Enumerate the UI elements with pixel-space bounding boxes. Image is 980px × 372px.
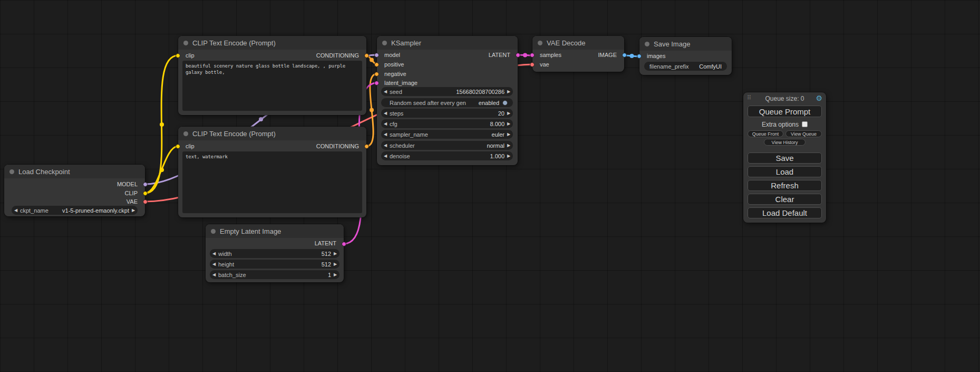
model-input-label: model (384, 51, 400, 60)
widget-label: height (218, 261, 234, 268)
images-input-slot[interactable] (637, 54, 642, 59)
load-default-button[interactable]: Load Default (748, 207, 822, 218)
collapse-dot-icon[interactable] (9, 169, 14, 174)
decrease-arrow-icon[interactable]: ◀ (210, 270, 218, 279)
widget-label: scheduler (390, 142, 415, 149)
samples-input-slot[interactable] (530, 53, 535, 58)
graph-canvas[interactable]: Load Checkpoint MODEL CLIP VAE ◀ ckpt_na… (0, 0, 980, 372)
conditioning-output-slot[interactable] (364, 53, 369, 58)
queue-front-button[interactable]: Queue Front (748, 130, 783, 137)
node-title-bar[interactable]: KSampler (377, 36, 518, 50)
increase-arrow-icon[interactable]: ▶ (331, 270, 339, 279)
refresh-button[interactable]: Refresh (748, 180, 822, 191)
decrease-arrow-icon[interactable]: ◀ (381, 151, 390, 160)
settings-gear-icon[interactable]: ⚙ (816, 94, 822, 102)
node-vae-decode[interactable]: VAE Decode samples vae IMAGE (532, 36, 624, 72)
collapse-dot-icon[interactable] (183, 131, 188, 136)
model-output-slot[interactable] (143, 182, 148, 187)
clip-output-label: CLIP (125, 189, 138, 198)
view-history-button[interactable]: View History (764, 139, 806, 146)
seed-widget[interactable]: ◀ seed 156680208700286 ▶ (381, 87, 513, 96)
node-title-bar[interactable]: VAE Decode (532, 36, 624, 50)
height-widget[interactable]: ◀ height 512 ▶ (210, 260, 339, 269)
image-output-label: IMAGE (598, 51, 617, 60)
node-title-bar[interactable]: CLIP Text Encode (Prompt) (178, 127, 366, 140)
node-save-image[interactable]: Save Image images filename_prefix ComfyU… (639, 37, 732, 75)
node-title-bar[interactable]: Empty Latent Image (206, 224, 344, 238)
positive-input-slot[interactable] (374, 62, 379, 67)
increase-arrow-icon[interactable]: ▶ (331, 260, 339, 269)
queue-panel-header: ⠿ Queue size: 0 ⚙ (743, 92, 826, 104)
vae-output-slot[interactable] (143, 199, 148, 204)
node-clip-text-encode-negative[interactable]: CLIP Text Encode (Prompt) clip CONDITION… (178, 127, 366, 217)
load-button[interactable]: Load (748, 166, 822, 177)
widget-label: sampler_name (390, 131, 428, 138)
filename-prefix-widget[interactable]: filename_prefix ComfyUI (644, 62, 727, 71)
queue-panel: ⠿ Queue size: 0 ⚙ Queue Prompt Extra opt… (743, 92, 826, 223)
queue-prompt-button[interactable]: Queue Prompt (748, 106, 822, 117)
increase-arrow-icon[interactable]: ▶ (504, 130, 513, 139)
decrease-arrow-icon[interactable]: ◀ (381, 87, 390, 96)
collapse-dot-icon[interactable] (645, 42, 649, 46)
decrease-arrow-icon[interactable]: ◀ (381, 119, 390, 128)
node-title: KSampler (391, 39, 421, 47)
latent-image-input-slot[interactable] (374, 81, 379, 85)
prompt-textarea[interactable]: text, watermark (182, 151, 362, 213)
denoise-widget[interactable]: ◀ denoise 1.000 ▶ (381, 151, 513, 160)
node-ksampler[interactable]: KSampler model positive negative latent_… (377, 36, 518, 165)
decrease-arrow-icon[interactable]: ◀ (210, 260, 218, 269)
wire-dot (523, 53, 527, 58)
extra-options-checkbox[interactable] (802, 121, 808, 127)
positive-input-label: positive (384, 60, 404, 69)
decrease-arrow-icon[interactable]: ◀ (12, 206, 20, 215)
node-clip-text-encode-positive[interactable]: CLIP Text Encode (Prompt) clip CONDITION… (178, 36, 366, 115)
node-title-bar[interactable]: CLIP Text Encode (Prompt) (178, 36, 366, 50)
batch-size-widget[interactable]: ◀ batch_size 1 ▶ (210, 270, 339, 279)
node-title-bar[interactable]: Load Checkpoint (4, 165, 145, 178)
increase-arrow-icon[interactable]: ▶ (504, 119, 513, 128)
increase-arrow-icon[interactable]: ▶ (504, 151, 513, 160)
node-load-checkpoint[interactable]: Load Checkpoint MODEL CLIP VAE ◀ ckpt_na… (4, 165, 145, 216)
increase-arrow-icon[interactable]: ▶ (504, 87, 513, 96)
clip-input-slot[interactable] (176, 53, 180, 58)
clip-input-slot[interactable] (176, 144, 180, 149)
collapse-dot-icon[interactable] (183, 41, 188, 45)
latent-output-slot[interactable] (342, 242, 346, 246)
latent-output-slot[interactable] (516, 53, 520, 58)
widget-value: ComfyUI (689, 63, 722, 70)
decrease-arrow-icon[interactable]: ◀ (210, 249, 218, 258)
increase-arrow-icon[interactable]: ▶ (504, 141, 513, 150)
scheduler-widget[interactable]: ◀ scheduler normal ▶ (381, 141, 513, 150)
increase-arrow-icon[interactable]: ▶ (331, 249, 339, 258)
collapse-dot-icon[interactable] (211, 229, 216, 234)
decrease-arrow-icon[interactable]: ◀ (381, 141, 390, 150)
increase-arrow-icon[interactable]: ▶ (504, 109, 513, 118)
conditioning-output-slot[interactable] (364, 144, 369, 149)
image-output-slot[interactable] (622, 53, 627, 58)
decrease-arrow-icon[interactable]: ◀ (381, 109, 390, 118)
collapse-dot-icon[interactable] (382, 41, 387, 45)
vae-output-label: VAE (127, 197, 138, 206)
prompt-textarea[interactable]: beautiful scenery nature glass bottle la… (182, 61, 362, 111)
node-title: CLIP Text Encode (Prompt) (192, 39, 276, 47)
node-title-bar[interactable]: Save Image (639, 37, 732, 51)
vae-input-slot[interactable] (530, 62, 535, 67)
steps-widget[interactable]: ◀ steps 20 ▶ (381, 109, 513, 118)
save-button[interactable]: Save (748, 152, 822, 164)
increase-arrow-icon[interactable]: ▶ (129, 206, 138, 215)
random-seed-toggle-widget[interactable]: Random seed after every gen enabled (381, 98, 513, 107)
node-title: CLIP Text Encode (Prompt) (192, 130, 276, 138)
sampler-name-widget[interactable]: ◀ sampler_name euler ▶ (381, 130, 513, 139)
decrease-arrow-icon[interactable]: ◀ (381, 130, 390, 139)
ckpt-name-widget[interactable]: ◀ ckpt_name v1-5-pruned-emaonly.ckpt ▶ (12, 206, 138, 215)
collapse-dot-icon[interactable] (538, 41, 542, 45)
clear-button[interactable]: Clear (748, 194, 822, 205)
width-widget[interactable]: ◀ width 512 ▶ (210, 249, 339, 258)
cfg-widget[interactable]: ◀ cfg 8.000 ▶ (381, 119, 513, 128)
view-queue-button[interactable]: View Queue (785, 130, 822, 137)
clip-output-slot[interactable] (143, 191, 148, 196)
node-empty-latent-image[interactable]: Empty Latent Image LATENT ◀ width 512 ▶ … (206, 224, 344, 282)
toggle-knob[interactable] (502, 100, 508, 106)
negative-input-slot[interactable] (374, 72, 379, 77)
model-input-slot[interactable] (374, 53, 379, 58)
